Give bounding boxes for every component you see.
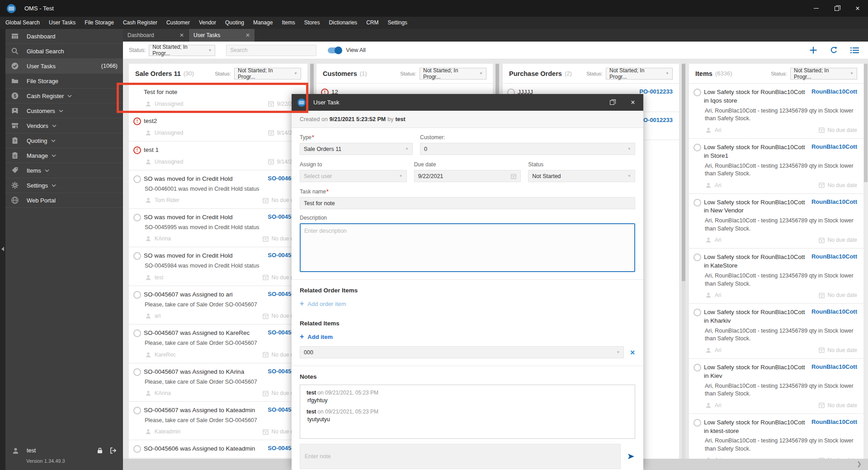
menu-item[interactable]: Quoting [221, 17, 249, 29]
status-filter-dropdown[interactable]: Not Started; In Progr... ▼ [149, 45, 215, 56]
sidebar-item[interactable]: Global Search [5, 44, 123, 59]
sidebar-item[interactable]: Settings [5, 178, 123, 193]
card-link[interactable]: RounBlac10Cott [811, 363, 857, 370]
card-link[interactable]: RounBlac10Cott [811, 308, 857, 315]
sidebar-item[interactable]: Web Portal [5, 193, 123, 208]
menu-item[interactable]: Vendor [194, 17, 221, 29]
menu-item[interactable]: Stores [300, 17, 325, 29]
sidebar-item[interactable]: File Storage [5, 74, 123, 89]
status-circle-icon[interactable] [133, 368, 141, 376]
board-vertical-scrollbar[interactable] [863, 64, 868, 459]
send-note-icon[interactable] [627, 452, 635, 461]
card-link[interactable]: RounBlac10Cott [811, 88, 857, 95]
note-input[interactable] [300, 444, 621, 469]
close-button[interactable]: × [847, 0, 868, 17]
list-view-button[interactable] [850, 47, 859, 54]
description-textarea[interactable] [300, 223, 635, 272]
status-dropdown[interactable]: Not Started ▼ [528, 170, 635, 182]
column-status-dropdown[interactable]: Not Started; In Progr... ▼ [420, 68, 486, 80]
sidebar-item[interactable]: Items [5, 163, 123, 178]
minimize-button[interactable] [806, 0, 826, 17]
status-circle-icon[interactable] [693, 419, 701, 427]
task-card[interactable]: SO-0045607 was Assigned to ari SO-004560… [129, 286, 307, 324]
logout-icon[interactable] [109, 447, 117, 454]
status-circle-icon[interactable] [693, 144, 701, 151]
status-circle-icon[interactable] [693, 89, 701, 96]
task-card[interactable]: Low Safety stock for RounBlac10Cott in K… [689, 249, 863, 304]
status-circle-icon[interactable] [133, 291, 141, 299]
collapse-left-icon[interactable] [1, 247, 4, 251]
sidebar-item[interactable]: Vendors [5, 118, 123, 133]
column-scrollbar[interactable] [682, 64, 685, 459]
task-card[interactable]: test2 Unassigned 9/14/2021 [129, 113, 307, 141]
task-card[interactable]: SO was moved for in Credit Hold SO-00459… [129, 209, 307, 247]
status-circle-icon[interactable] [133, 329, 141, 337]
task-card[interactable]: Low Safety stock for RounBlac10Cott in K… [689, 359, 863, 414]
view-all-toggle[interactable] [328, 47, 341, 53]
card-link[interactable]: RounBlac10Cott [811, 418, 857, 425]
menu-item[interactable]: CRM [362, 17, 383, 29]
add-task-button[interactable] [809, 46, 817, 54]
refresh-button[interactable] [830, 46, 838, 55]
lock-icon[interactable] [97, 447, 103, 454]
task-card[interactable]: SO was moved for in Credit Hold SO-00460… [129, 170, 307, 209]
menu-item[interactable]: User Tasks [44, 17, 80, 29]
status-circle-icon[interactable] [133, 146, 141, 154]
status-circle-icon[interactable] [693, 309, 701, 316]
task-card[interactable]: Low Safety stock for RounBlac10Cott in k… [689, 414, 863, 459]
status-circle-icon[interactable] [133, 118, 141, 125]
status-circle-icon[interactable] [133, 214, 141, 221]
task-card[interactable]: Low Safety stock for RounBlac10Cott in N… [689, 194, 863, 249]
card-link[interactable]: RounBlac10Cott [811, 143, 857, 150]
menu-item[interactable]: Global Search [1, 17, 44, 29]
assign-to-dropdown[interactable]: Select user ▼ [300, 170, 407, 182]
menu-item[interactable]: Dictionaries [324, 17, 362, 29]
card-link[interactable]: RounBlac10Cott [811, 253, 857, 260]
sidebar-item[interactable]: Manage [5, 148, 123, 163]
menu-item[interactable]: Items [277, 17, 299, 29]
menu-item[interactable]: Cash Register [118, 17, 162, 29]
task-card[interactable]: SO-0045607 was Assigned to Kateadmin SO-… [129, 402, 307, 440]
menu-item[interactable]: Manage [249, 17, 277, 29]
tab-dashboard[interactable]: Dashboard ✕ [123, 29, 189, 42]
task-name-input[interactable] [300, 197, 635, 209]
task-card[interactable]: test 1 Unassigned 9/14/2021 [129, 141, 307, 170]
due-date-picker[interactable]: 9/22/2021 [414, 170, 521, 182]
card-link[interactable]: PO-0012233 [639, 117, 673, 123]
task-card[interactable]: SO was moved for in Credit Hold SO-00459… [129, 247, 307, 286]
sidebar-item[interactable]: Customers [5, 103, 123, 118]
menu-item[interactable]: Settings [383, 17, 411, 29]
task-card[interactable]: Low Safety stock for RounBlac10Cott in I… [689, 84, 863, 139]
task-card[interactable]: Low Safety stock for RounBlac10Cott in K… [689, 304, 863, 359]
sidebar-item[interactable]: $ Cash Register [5, 89, 123, 103]
tab-close-icon[interactable]: ✕ [179, 32, 184, 38]
modal-maximize-button[interactable] [602, 94, 623, 111]
status-circle-icon[interactable] [133, 252, 141, 260]
remove-item-icon[interactable]: ✕ [630, 349, 635, 356]
status-circle-icon[interactable] [133, 407, 141, 414]
status-circle-icon[interactable] [693, 364, 701, 371]
status-circle-icon[interactable] [693, 254, 701, 261]
task-card[interactable]: SO-0045607 was Assigned to KareRec SO-00… [129, 324, 307, 363]
status-circle-icon[interactable] [133, 445, 141, 453]
column-status-dropdown[interactable]: Not Started; In Progr... ▼ [234, 68, 301, 80]
sidebar-collapse-strip[interactable] [0, 29, 5, 470]
card-link[interactable]: PO-0012233 [639, 88, 673, 95]
task-card[interactable]: SO-0045607 was Assigned to KArina SO-004… [129, 363, 307, 402]
sidebar-item[interactable]: Dashboard [5, 29, 123, 44]
type-dropdown[interactable]: Sale Orders 11 ▼ [300, 143, 413, 155]
search-input[interactable] [226, 45, 316, 56]
customer-dropdown[interactable]: 0 ▼ [420, 143, 635, 155]
tab-close-icon[interactable]: ✕ [245, 32, 250, 38]
column-status-dropdown[interactable]: Not Started; In Progr... ▼ [606, 68, 673, 80]
menu-item[interactable]: File Storage [80, 17, 118, 29]
menu-item[interactable]: Customer [162, 17, 194, 29]
task-card[interactable]: Low Safety stock for RounBlac10Cott in S… [689, 139, 863, 194]
add-order-item-button[interactable]: + Add order item [300, 300, 635, 307]
task-card[interactable]: SO-0045606 was Assigned to Kateadmin SO-… [129, 440, 307, 458]
status-circle-icon[interactable] [133, 175, 141, 183]
sidebar-item[interactable]: User Tasks (1066) [5, 59, 123, 74]
sidebar-item[interactable]: ? Quoting [5, 133, 123, 148]
status-circle-icon[interactable] [693, 199, 701, 207]
modal-close-button[interactable]: × [623, 94, 643, 111]
